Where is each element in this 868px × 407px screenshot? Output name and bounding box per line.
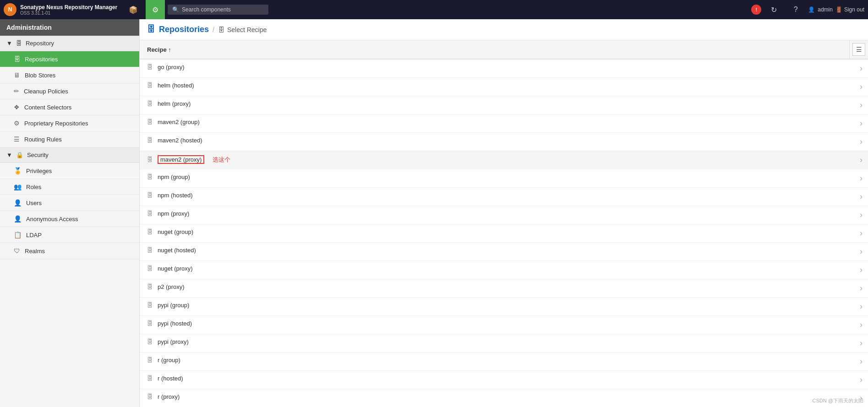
table-row[interactable]: 🗄nuget (proxy)› bbox=[140, 261, 868, 279]
db-icon: 🗄 bbox=[147, 247, 153, 254]
db-icon: 🗄 bbox=[16, 40, 22, 47]
db-icon: 🗄 bbox=[147, 393, 153, 400]
chevron-cell: › bbox=[850, 78, 868, 96]
sidebar-header: Administration bbox=[0, 19, 139, 36]
chevron-cell: › bbox=[850, 316, 868, 334]
table-row[interactable]: 🗄go (proxy)› bbox=[140, 59, 868, 78]
signout-button[interactable]: 🚪 Sign out bbox=[835, 6, 864, 13]
recipe-name: r (group) bbox=[158, 357, 180, 364]
sidebar-item-realms[interactable]: 🛡 Realms bbox=[0, 243, 139, 259]
recipe-cell: 🗄nuget (hosted) bbox=[140, 243, 850, 258]
recipe-name: nuget (hosted) bbox=[158, 247, 196, 254]
browse-button[interactable]: 📦 bbox=[124, 0, 143, 19]
chevron-cell: › bbox=[850, 243, 868, 261]
recipe-cell: 🗄maven2 (proxy)选这个 bbox=[140, 151, 850, 168]
chevron-right-icon: › bbox=[860, 247, 863, 256]
recipe-name: maven2 (group) bbox=[158, 119, 200, 125]
chevron-cell: › bbox=[850, 371, 868, 389]
chevron-right-icon: › bbox=[860, 338, 863, 347]
admin-button[interactable]: ⚙ bbox=[146, 0, 165, 19]
recipe-cell: 🗄maven2 (hosted) bbox=[140, 133, 850, 148]
chevron-right-icon: › bbox=[860, 137, 863, 146]
db-icon: 🗄 bbox=[147, 375, 153, 382]
table-row[interactable]: 🗄nuget (hosted)› bbox=[140, 243, 868, 261]
table-row[interactable]: 🗄pypi (hosted)› bbox=[140, 316, 868, 334]
table-row[interactable]: 🗄p2 (proxy)› bbox=[140, 279, 868, 298]
select-recipe-label: Select Recipe bbox=[227, 26, 267, 33]
sidebar-item-label: Privileges bbox=[26, 168, 52, 174]
recipe-cell: 🗄r (group) bbox=[140, 353, 850, 368]
db-icon: 🗄 bbox=[147, 64, 153, 71]
chevron-right-icon: › bbox=[860, 210, 863, 219]
chevron-right-icon: › bbox=[860, 228, 863, 238]
chevron-cell: › bbox=[850, 169, 868, 188]
recipe-name: nuget (group) bbox=[158, 228, 193, 235]
table-row[interactable]: 🗄maven2 (group)› bbox=[140, 114, 868, 133]
user-icon: 👤 bbox=[808, 6, 815, 13]
recipe-cell: 🗄p2 (proxy) bbox=[140, 279, 850, 294]
recipe-cell: 🗄npm (hosted) bbox=[140, 188, 850, 203]
chevron-right-icon: › bbox=[860, 64, 863, 73]
col-recipe-header[interactable]: Recipe ↑ bbox=[140, 40, 850, 59]
table-row[interactable]: 🗄npm (group)› bbox=[140, 169, 868, 188]
sidebar-item-label: Routing Rules bbox=[24, 136, 62, 143]
sidebar-item-proprietary-repos[interactable]: ⚙ Proprietary Repositories bbox=[0, 115, 139, 131]
chevron-cell: › bbox=[850, 133, 868, 151]
sidebar-item-content-selectors[interactable]: ❖ Content Selectors bbox=[0, 99, 139, 115]
table-row[interactable]: 🗄helm (hosted)› bbox=[140, 78, 868, 96]
section-label: Repository bbox=[26, 40, 54, 47]
table-row[interactable]: 🗄pypi (group)› bbox=[140, 298, 868, 316]
search-box[interactable]: 🔍 Search components bbox=[168, 5, 268, 15]
chevron-cell: › bbox=[850, 261, 868, 279]
recipe-cell: 🗄maven2 (group) bbox=[140, 114, 850, 130]
chevron-cell: › bbox=[850, 279, 868, 298]
alert-badge[interactable]: ! bbox=[751, 5, 761, 15]
table-row[interactable]: 🗄r (group)› bbox=[140, 353, 868, 371]
table-row[interactable]: 🗄r (hosted)› bbox=[140, 371, 868, 389]
recipe-cell: 🗄r (proxy) bbox=[140, 389, 850, 404]
box-icon: 📦 bbox=[129, 5, 138, 14]
ldap-icon: 📋 bbox=[14, 231, 22, 239]
table-row[interactable]: 🗄npm (proxy)› bbox=[140, 206, 868, 224]
chevron-right-icon: › bbox=[860, 155, 863, 164]
sidebar-item-anonymous-access[interactable]: 👤 Anonymous Access bbox=[0, 211, 139, 227]
table-row[interactable]: 🗄maven2 (hosted)› bbox=[140, 133, 868, 151]
filter-button[interactable]: ☰ bbox=[852, 43, 865, 56]
signout-icon: 🚪 bbox=[835, 6, 842, 13]
db-icon: 🗄 bbox=[147, 210, 153, 217]
table-row[interactable]: 🗄pypi (proxy)› bbox=[140, 334, 868, 353]
sidebar-item-cleanup-policies[interactable]: ✏ Cleanup Policies bbox=[0, 83, 139, 99]
db-icon: 🗄 bbox=[147, 174, 153, 180]
sidebar-item-repositories[interactable]: 🗄 Repositories bbox=[0, 51, 139, 67]
recipe-name: helm (hosted) bbox=[158, 82, 194, 89]
table-row[interactable]: 🗄maven2 (proxy)选这个› bbox=[140, 151, 868, 169]
lock-icon: 🔒 bbox=[16, 152, 23, 158]
refresh-button[interactable]: ↻ bbox=[764, 0, 783, 19]
table-row[interactable]: 🗄helm (proxy)› bbox=[140, 96, 868, 114]
table-row[interactable]: 🗄nuget (group)› bbox=[140, 224, 868, 243]
recipe-cell: 🗄npm (group) bbox=[140, 169, 850, 185]
sidebar-item-ldap[interactable]: 📋 LDAP bbox=[0, 227, 139, 243]
repositories-icon: 🗄 bbox=[14, 55, 20, 63]
user-menu[interactable]: 👤 admin bbox=[808, 6, 833, 13]
recipe-cell: 🗄nuget (group) bbox=[140, 224, 850, 239]
table-row[interactable]: 🗄npm (hosted)› bbox=[140, 188, 868, 206]
sidebar-item-label: Blob Stores bbox=[25, 72, 55, 79]
chevron-down-icon: ▼ bbox=[6, 40, 12, 47]
sidebar-section-repository[interactable]: ▼ 🗄 Repository bbox=[0, 36, 139, 51]
table-row[interactable]: 🗄r (proxy)› bbox=[140, 389, 868, 407]
sidebar-item-label: Anonymous Access bbox=[26, 216, 78, 222]
chevron-cell: › bbox=[850, 151, 868, 169]
recipe-name: npm (proxy) bbox=[158, 210, 189, 217]
recipe-cell: 🗄r (hosted) bbox=[140, 371, 850, 386]
chevron-right-icon: › bbox=[860, 119, 863, 128]
help-button[interactable]: ? bbox=[786, 0, 805, 19]
db-icon: 🗄 bbox=[147, 137, 153, 144]
sidebar-item-blob-stores[interactable]: 🖥 Blob Stores bbox=[0, 67, 139, 83]
sidebar-item-roles[interactable]: 👥 Roles bbox=[0, 179, 139, 195]
sidebar-section-security[interactable]: ▼ 🔒 Security bbox=[0, 147, 139, 163]
sidebar-item-routing-rules[interactable]: ☰ Routing Rules bbox=[0, 131, 139, 147]
sidebar-item-users[interactable]: 👤 Users bbox=[0, 195, 139, 211]
sidebar-item-privileges[interactable]: 🏅 Privileges bbox=[0, 163, 139, 179]
recipe-name: pypi (proxy) bbox=[158, 338, 189, 345]
